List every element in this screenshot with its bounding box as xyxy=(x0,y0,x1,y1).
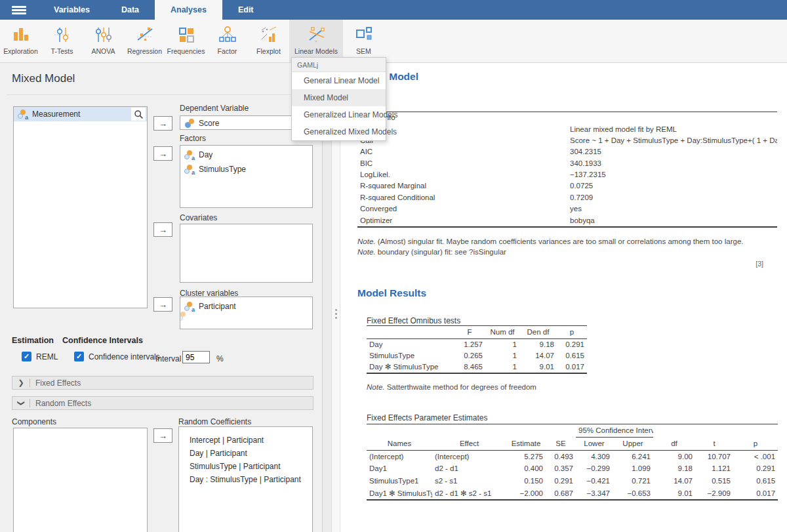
factors-box[interactable]: a Day a StimulusType xyxy=(180,145,313,208)
random-effects-section-header[interactable]: ❯ Random Effects xyxy=(12,396,313,410)
omnibus-table: F Num df Den df p Day1.25719.180.291 Sti… xyxy=(367,325,587,374)
random-coefficients-box[interactable]: Intercept | Participant Day | Participan… xyxy=(178,426,313,532)
components-box[interactable] xyxy=(13,428,148,532)
table-row: Day1.25719.180.291 xyxy=(367,339,587,351)
chevron-down-icon: ❯ xyxy=(17,395,26,412)
move-to-random-coefficients-button[interactable]: → xyxy=(153,428,172,443)
ribbon-label: T-Tests xyxy=(51,47,73,55)
bar-chart-icon xyxy=(11,24,31,45)
tab-variables[interactable]: Variables xyxy=(38,0,106,20)
ribbon-linear-models[interactable]: Linear Models xyxy=(289,20,343,62)
menu-item-generalized-mixed-models[interactable]: Generalized Mixed Models xyxy=(292,123,386,140)
random-coefficient-item[interactable]: Day : StimulusType | Participant xyxy=(190,473,312,486)
estimates-table: 95% Confidence Interval Names Effect Est… xyxy=(367,424,778,501)
tab-analyses[interactable]: Analyses xyxy=(155,0,222,20)
hamburger-menu-button[interactable] xyxy=(0,0,38,20)
app-tab-bar: Variables Data Analyses Edit xyxy=(0,0,787,20)
continuous-variable-icon xyxy=(184,119,195,129)
table-row: AIC304.2315 xyxy=(357,146,777,157)
ribbon-frequencies[interactable]: Frequencies xyxy=(165,20,207,62)
table-row: (Intercept)(Intercept)5.2750.4934.3096.2… xyxy=(367,451,778,463)
results-panel: Mixed Model Model Info Linear mixed mode… xyxy=(340,63,787,532)
random-coefficient-item[interactable]: Intercept | Participant xyxy=(190,434,312,447)
linear-models-icon xyxy=(306,24,326,45)
frequencies-icon xyxy=(176,24,196,45)
search-button[interactable] xyxy=(131,108,146,121)
checkbox-checked-icon: ✓ xyxy=(22,352,31,361)
options-title: Mixed Model xyxy=(12,72,75,85)
interval-input[interactable] xyxy=(182,351,210,363)
ribbon-anova[interactable]: ANOVA xyxy=(83,20,124,62)
components-label: Components xyxy=(12,417,56,426)
model-info-note: Note. boundary (singular) fit: see ?isSi… xyxy=(357,248,506,256)
variable-item-measurement[interactable]: a Measurement xyxy=(14,107,147,121)
table-row: Day1d2 - d10.4000.357−0.2991.0999.181.12… xyxy=(367,463,778,476)
variable-item-participant[interactable]: a Participant xyxy=(180,299,312,314)
anova-icon xyxy=(94,24,113,45)
variables-list[interactable]: a Measurement xyxy=(13,106,148,308)
variable-item-stimulustype[interactable]: a StimulusType xyxy=(180,162,312,176)
model-results-title: Model Results xyxy=(357,287,426,299)
table-row: StimulusType0.265114.070.615 xyxy=(367,350,587,361)
ribbon-label: Linear Models xyxy=(294,47,338,55)
magnifier-icon xyxy=(134,110,144,119)
menu-item-general-linear-model[interactable]: General Linear Model xyxy=(292,72,386,89)
percent-label: % xyxy=(216,354,224,363)
ribbon-label: SEM xyxy=(356,47,371,55)
confidence-intervals-heading: Confidence Intervals xyxy=(62,336,143,345)
table-row: Day ✻ StimulusType8.46519.010.017 xyxy=(367,361,587,373)
analyses-ribbon: Exploration T-Tests ANOVA Regression Fre… xyxy=(0,20,787,63)
t-tests-icon xyxy=(52,24,72,45)
estimation-heading: Estimation xyxy=(12,336,54,345)
confidence-intervals-checkbox[interactable]: ✓ Confidence intervals xyxy=(74,352,160,361)
ribbon-factor[interactable]: Factor xyxy=(207,20,248,62)
table-row: Day1 ✻ StimulusType1d2 - d1 ✻ s2 - s1−2.… xyxy=(367,487,778,501)
table-row: CallScore ~ 1 + Day + StimulusType + Day… xyxy=(357,135,777,146)
nominal-variable-icon: a xyxy=(184,302,195,312)
table-row: R-squared Marginal0.0725 xyxy=(357,180,777,192)
nominal-icon-ghost xyxy=(180,312,188,321)
menu-item-mixed-model[interactable]: Mixed Model xyxy=(292,89,386,106)
ribbon-label: Regression xyxy=(127,47,162,55)
model-info-title: Model Info xyxy=(357,112,777,124)
menu-group-label: GAMLj xyxy=(292,58,386,72)
divider xyxy=(30,399,30,407)
omnibus-table-title: Fixed Effect Omnibus tests xyxy=(367,316,460,325)
reml-checkbox[interactable]: ✓ REML xyxy=(22,352,58,361)
fixed-effects-section-header[interactable]: ❯ Fixed Effects xyxy=(12,376,313,390)
estimates-table-title: Fixed Effects Parameter Estimates xyxy=(367,413,488,422)
flexplot-icon xyxy=(259,24,279,45)
ribbon-exploration[interactable]: Exploration xyxy=(0,20,41,62)
nominal-variable-icon: a xyxy=(18,110,28,119)
ribbon-flexplot[interactable]: Flexplot xyxy=(248,20,289,62)
interval-label: Interval xyxy=(155,354,181,363)
ribbon-label: Frequencies xyxy=(167,47,205,55)
variable-item-day[interactable]: a Day xyxy=(180,148,312,162)
ribbon-regression[interactable]: Regression xyxy=(124,20,165,62)
ribbon-sem[interactable]: SEM xyxy=(343,20,384,62)
random-coefficient-item[interactable]: StimulusType | Participant xyxy=(190,460,312,473)
factors-label: Factors xyxy=(180,134,206,143)
ribbon-t-tests[interactable]: T-Tests xyxy=(41,20,83,62)
cluster-variables-box[interactable]: a Participant xyxy=(180,297,313,329)
divider xyxy=(7,94,315,95)
move-to-cluster-button[interactable]: → xyxy=(153,297,172,312)
ribbon-label: Factor xyxy=(218,47,237,55)
menu-item-generalized-linear-models[interactable]: Generalized Linear Models xyxy=(292,106,386,123)
dependent-variable-label: Dependent Variable xyxy=(180,104,249,113)
covariates-box[interactable] xyxy=(180,224,313,283)
table-row: StimulusType1s2 - s10.1500.291−0.4210.72… xyxy=(367,475,778,487)
random-coefficient-item[interactable]: Day | Participant xyxy=(190,447,312,460)
move-to-factors-button[interactable]: → xyxy=(153,146,172,161)
tab-data[interactable]: Data xyxy=(106,0,155,20)
random-coefficients-label: Random Coefficients xyxy=(178,417,251,426)
table-row: LogLikel.−137.2315 xyxy=(357,169,777,180)
checkbox-checked-icon: ✓ xyxy=(74,352,84,361)
move-to-dependent-button[interactable]: → xyxy=(153,116,172,131)
ribbon-label: Flexplot xyxy=(256,47,281,55)
mixed-model-options-panel: Mixed Model a Measurement → Dependent Va… xyxy=(0,63,323,532)
tab-edit[interactable]: Edit xyxy=(222,0,270,20)
hamburger-icon xyxy=(12,5,26,16)
move-to-covariates-button[interactable]: → xyxy=(153,222,172,237)
table-row: R-squared Conditional0.7209 xyxy=(357,192,777,203)
